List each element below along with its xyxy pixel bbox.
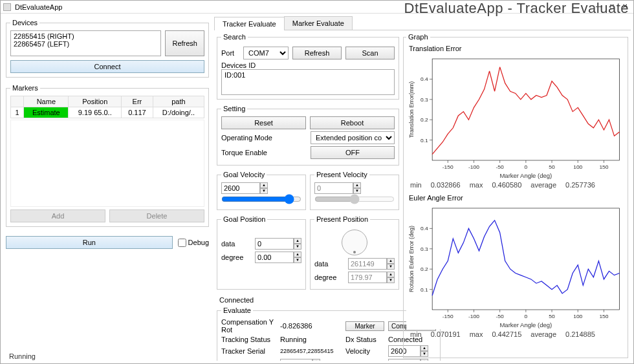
close-icon[interactable]: ✕ bbox=[619, 3, 631, 12]
goal-vel-legend: Goal Velocity bbox=[221, 171, 267, 178]
svg-rect-0 bbox=[432, 59, 619, 160]
col-idx bbox=[11, 96, 24, 107]
svg-text:-100: -100 bbox=[468, 164, 479, 170]
svg-text:Translation Error(mm): Translation Error(mm) bbox=[408, 81, 414, 138]
col-err: Err bbox=[122, 96, 153, 107]
markers-table[interactable]: Name Position Err path 1 Estimate 9.19 6… bbox=[10, 96, 204, 118]
max-value: 0.460580 bbox=[492, 181, 521, 189]
port-select[interactable]: COM7 bbox=[243, 47, 289, 59]
tab-marker-evaluate[interactable]: Marker Evaluate bbox=[284, 16, 353, 30]
search-refresh-button[interactable]: Refresh bbox=[292, 47, 342, 59]
marker-button[interactable]: Marker bbox=[345, 321, 384, 331]
goal-pos-legend: Goal Position bbox=[221, 215, 267, 223]
reset-button[interactable]: Reset bbox=[221, 116, 306, 129]
spin-down-icon: ▼ bbox=[387, 264, 395, 270]
end-deg-input[interactable] bbox=[388, 359, 421, 361]
setting-legend: Setting bbox=[221, 105, 247, 112]
device-item[interactable]: 22865457 (LEFT) bbox=[14, 40, 158, 48]
torque-toggle[interactable]: OFF bbox=[311, 146, 395, 159]
titlebar[interactable]: DtEvaluateApp — □ ✕ bbox=[1, 1, 633, 14]
status-bar: Running bbox=[9, 352, 36, 360]
spin-up-icon[interactable]: ▲ bbox=[294, 252, 301, 257]
devices-list[interactable]: 22855415 (RIGHT) 22865457 (LEFT) bbox=[10, 30, 161, 56]
spin-up-icon[interactable]: ▲ bbox=[294, 238, 301, 244]
maximize-icon[interactable]: □ bbox=[606, 3, 618, 12]
refresh-button[interactable]: Refresh bbox=[165, 30, 204, 56]
delete-button[interactable]: Delete bbox=[109, 209, 204, 222]
window-title: DtEvaluateApp bbox=[15, 3, 593, 11]
svg-text:100: 100 bbox=[573, 314, 583, 319]
svg-text:50: 50 bbox=[549, 314, 555, 319]
spin-down-icon[interactable]: ▼ bbox=[294, 257, 301, 263]
comp-value: -0.826386 bbox=[280, 322, 342, 330]
svg-rect-25 bbox=[432, 208, 619, 310]
table-row[interactable]: 1 Estimate 9.19 65.0.. 0.117 D:/doing/.. bbox=[11, 107, 204, 118]
add-button[interactable]: Add bbox=[10, 209, 105, 222]
debug-label: Debug bbox=[188, 239, 209, 246]
debug-checkbox-wrap[interactable]: Debug bbox=[178, 239, 209, 247]
svg-text:-50: -50 bbox=[496, 314, 505, 319]
tab-tracker-evaluate[interactable]: Tracker Evaluate bbox=[214, 17, 285, 30]
cell-path: D:/doing/.. bbox=[153, 107, 204, 118]
euler-chart: -150-100-500501001500.10.20.30.4Marker A… bbox=[406, 203, 625, 329]
svg-text:50: 50 bbox=[549, 164, 555, 170]
max-label: max bbox=[470, 181, 483, 189]
min-value: 0.032866 bbox=[431, 181, 461, 189]
svg-text:Marker Angle (deg): Marker Angle (deg) bbox=[499, 322, 552, 328]
spin-up-icon[interactable]: ▲ bbox=[260, 182, 268, 188]
tabstrip: Tracker Evaluate Marker Evaluate bbox=[214, 16, 631, 30]
serial-value: 22865457,22855415 bbox=[280, 348, 342, 354]
svg-text:0.3: 0.3 bbox=[421, 97, 428, 103]
svg-text:150: 150 bbox=[599, 164, 609, 170]
track-status-label: Tracking Status bbox=[221, 336, 276, 343]
debug-checkbox[interactable] bbox=[178, 239, 186, 247]
chart2-stats: min0.070191 max0.442715 average0.214885 bbox=[406, 329, 625, 339]
svg-text:0: 0 bbox=[524, 164, 527, 170]
present-vel-slider bbox=[314, 194, 395, 204]
spin-down-icon[interactable]: ▼ bbox=[294, 244, 301, 250]
col-path: path bbox=[153, 96, 204, 107]
cell-name[interactable]: Estimate bbox=[24, 107, 69, 118]
spin-up-icon[interactable]: ▲ bbox=[421, 359, 428, 361]
goal-deg-input[interactable] bbox=[255, 252, 294, 263]
avg-label: average bbox=[530, 181, 556, 189]
present-vel-legend: Present Velocity bbox=[314, 171, 369, 178]
spin-down-icon: ▼ bbox=[353, 188, 361, 194]
avg-value: 0.257736 bbox=[565, 181, 595, 189]
spin-up-icon: ▲ bbox=[387, 258, 395, 264]
scan-button[interactable]: Scan bbox=[345, 47, 395, 59]
present-pos-legend: Present Position bbox=[314, 215, 370, 223]
start-deg-input[interactable] bbox=[280, 359, 312, 361]
spin-up-icon[interactable]: ▲ bbox=[312, 359, 320, 361]
spin-down-icon[interactable]: ▼ bbox=[260, 188, 268, 194]
svg-text:Marker Angle (deg): Marker Angle (deg) bbox=[499, 173, 552, 179]
device-item[interactable]: 22855415 (RIGHT) bbox=[14, 32, 158, 40]
chart1-stats: min0.032866 max0.460580 average0.257736 bbox=[406, 180, 625, 190]
port-label: Port bbox=[221, 49, 239, 57]
comp-label: Compensation Y Rot bbox=[221, 318, 276, 334]
device-id-item[interactable]: ID:001 bbox=[224, 71, 391, 79]
svg-text:-150: -150 bbox=[443, 164, 454, 170]
serial-label: Tracker Serial bbox=[221, 347, 276, 355]
goal-vel-slider[interactable] bbox=[221, 194, 301, 204]
markers-blank bbox=[10, 120, 204, 207]
minimize-icon[interactable]: — bbox=[593, 3, 605, 12]
goal-velocity-group: Goal Velocity ▲▼ bbox=[217, 171, 306, 210]
svg-text:0.2: 0.2 bbox=[421, 117, 428, 123]
present-data-value bbox=[348, 258, 387, 270]
present-vel-value bbox=[314, 182, 353, 194]
goal-vel-input[interactable] bbox=[221, 182, 260, 194]
devices-id-list[interactable]: ID:001 bbox=[221, 69, 395, 95]
connection-status: Connected bbox=[217, 295, 399, 305]
goal-data-label: data bbox=[221, 240, 252, 248]
goal-position-group: Goal Position data ▲▼ degree ▲▼ bbox=[217, 215, 306, 290]
app-icon bbox=[3, 3, 11, 11]
op-mode-select[interactable]: Extended position control bbox=[311, 131, 395, 144]
mid-column: Search Port COM7 Refresh Scan Devices ID… bbox=[217, 33, 399, 358]
run-button[interactable]: Run bbox=[6, 236, 173, 249]
graph-legend: Graph bbox=[406, 33, 430, 41]
present-data-label: data bbox=[314, 260, 345, 268]
goal-data-input[interactable] bbox=[255, 238, 294, 250]
reboot-button[interactable]: Reboot bbox=[310, 116, 395, 129]
connect-button[interactable]: Connect bbox=[10, 60, 204, 73]
